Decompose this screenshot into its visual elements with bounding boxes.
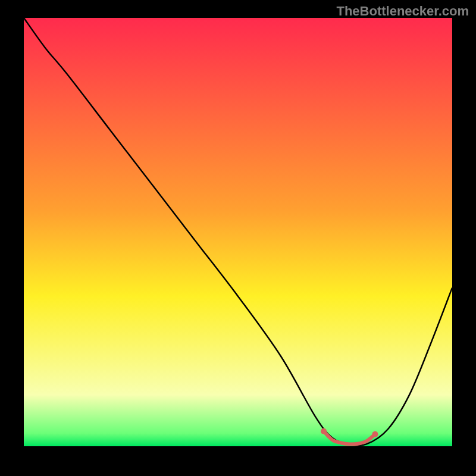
bottleneck-curve — [24, 18, 452, 446]
watermark-text: TheBottlenecker.com — [336, 4, 469, 19]
curve-layer — [24, 18, 452, 446]
plot-area — [24, 18, 452, 446]
highlight-dot — [372, 431, 378, 437]
highlight-segment — [324, 431, 375, 444]
highlight-dot — [321, 428, 327, 434]
